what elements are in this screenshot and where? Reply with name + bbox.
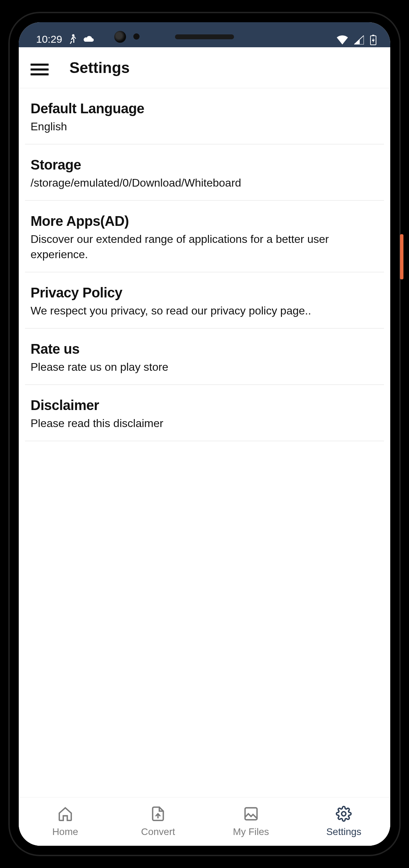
svg-point-0: [72, 34, 75, 37]
file-upload-icon: [150, 806, 166, 824]
setting-title: Rate us: [31, 341, 378, 357]
signal-icon: [354, 35, 364, 44]
svg-rect-2: [372, 35, 374, 36]
status-time: 10:29: [36, 33, 62, 45]
setting-title: Disclaimer: [31, 398, 378, 413]
home-icon: [57, 806, 73, 824]
page-title: Settings: [69, 59, 130, 76]
gear-icon: [336, 806, 352, 824]
phone-sensor: [133, 33, 140, 40]
setting-privacy-policy[interactable]: Privacy Policy We respect you privacy, s…: [25, 272, 384, 329]
setting-storage[interactable]: Storage /storage/emulated/0/Download/Whi…: [25, 145, 384, 201]
walking-icon: [68, 34, 77, 44]
screen: 10:29: [19, 22, 390, 846]
setting-disclaimer[interactable]: Disclaimer Please read this disclaimer: [25, 385, 384, 441]
tab-settings[interactable]: Settings: [298, 797, 391, 846]
app-bar: Settings: [19, 47, 390, 88]
setting-rate-us[interactable]: Rate us Please rate us on play store: [25, 329, 384, 385]
tab-label: Home: [52, 826, 78, 837]
menu-icon[interactable]: [31, 61, 49, 75]
setting-title: Default Language: [31, 101, 378, 116]
tab-home[interactable]: Home: [19, 797, 112, 846]
setting-title: Storage: [31, 157, 378, 173]
tab-convert[interactable]: Convert: [112, 797, 205, 846]
setting-title: Privacy Policy: [31, 285, 378, 301]
svg-point-4: [342, 812, 346, 816]
phone-frame: 10:29: [8, 12, 401, 856]
image-icon: [243, 806, 259, 824]
bottom-nav: Home Convert: [19, 797, 390, 846]
setting-default-language[interactable]: Default Language English: [25, 88, 384, 145]
settings-list: Default Language English Storage /storag…: [19, 88, 390, 797]
tab-my-files[interactable]: My Files: [204, 797, 298, 846]
gesture-pill[interactable]: [159, 840, 250, 843]
phone-camera: [114, 31, 126, 43]
setting-subtitle: Discover our extended range of applicati…: [31, 232, 378, 262]
setting-subtitle: We respect you privacy, so read our priv…: [31, 303, 378, 318]
setting-subtitle: /storage/emulated/0/Download/Whiteboard: [31, 175, 378, 190]
tab-label: Settings: [326, 826, 361, 837]
svg-rect-3: [245, 808, 257, 820]
setting-subtitle: Please rate us on play store: [31, 360, 378, 375]
setting-subtitle: English: [31, 119, 378, 134]
setting-subtitle: Please read this disclaimer: [31, 416, 378, 431]
battery-icon: [370, 35, 376, 45]
phone-speaker: [175, 34, 234, 39]
cloud-icon: [83, 35, 95, 43]
setting-title: More Apps(AD): [31, 213, 378, 229]
wifi-icon: [337, 35, 348, 44]
setting-more-apps[interactable]: More Apps(AD) Discover our extended rang…: [25, 201, 384, 272]
tab-label: Convert: [141, 826, 175, 837]
tab-label: My Files: [233, 826, 269, 837]
